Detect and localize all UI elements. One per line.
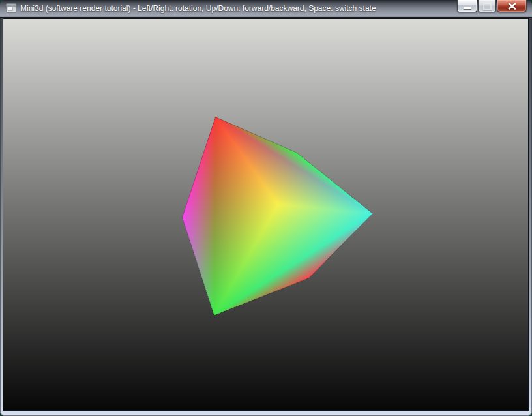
render-viewport xyxy=(3,18,529,411)
render-canvas xyxy=(3,19,528,410)
close-icon xyxy=(508,3,516,10)
minimize-icon xyxy=(464,7,471,9)
app-window: Mini3d (software render tutorial) - Left… xyxy=(0,0,532,416)
window-title: Mini3d (software render tutorial) - Left… xyxy=(20,4,447,14)
title-bar[interactable]: Mini3d (software render tutorial) - Left… xyxy=(0,0,532,18)
minimize-button[interactable] xyxy=(457,0,477,12)
application-icon-pane xyxy=(8,7,13,11)
maximize-button[interactable] xyxy=(478,0,496,12)
window-controls xyxy=(457,0,527,12)
close-button[interactable] xyxy=(497,0,527,12)
application-icon xyxy=(6,3,16,13)
maximize-icon xyxy=(483,3,492,10)
